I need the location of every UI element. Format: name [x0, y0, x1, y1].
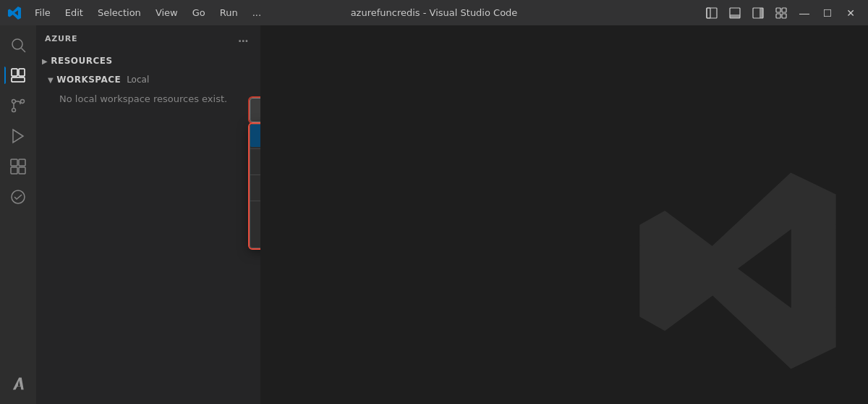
- svg-rect-20: [19, 159, 25, 166]
- activity-debug[interactable]: [4, 122, 32, 150]
- resources-section: ▶ RESOURCES: [36, 51, 260, 70]
- workspace-section-header[interactable]: ▼ WORKSPACE Local: [36, 72, 260, 88]
- titlebar: File Edit Selection View Go Run ... azur…: [0, 0, 868, 25]
- menu-go[interactable]: Go: [185, 4, 213, 21]
- dropdown-separator-1: [250, 148, 260, 149]
- dropdown-separator-2: [250, 174, 260, 175]
- dropdown-separator-3: [250, 201, 260, 201]
- svg-point-10: [12, 39, 22, 49]
- toggle-panel-button[interactable]: [725, 3, 745, 23]
- minimize-button[interactable]: ―: [794, 3, 814, 23]
- svg-marker-18: [13, 130, 23, 143]
- svg-rect-22: [19, 167, 25, 174]
- menu-more[interactable]: ...: [245, 4, 268, 21]
- create-function-toolbar-button[interactable]: [256, 101, 260, 119]
- resources-section-header[interactable]: ▶ RESOURCES: [36, 53, 260, 69]
- svg-point-15: [12, 100, 16, 104]
- svg-rect-14: [19, 69, 25, 76]
- workspace-toolbar: [250, 98, 260, 122]
- svg-rect-13: [12, 77, 25, 82]
- workspace-section: ▼ WORKSPACE Local No local workspace res…: [36, 70, 260, 111]
- svg-rect-12: [12, 69, 17, 76]
- window-title: azurefuncredis - Visual Studio Code: [351, 7, 518, 18]
- svg-point-23: [12, 190, 25, 203]
- svg-rect-5: [760, 8, 763, 18]
- workspace-toolbar-container: Create Function... Create New Project...…: [250, 98, 260, 248]
- toggle-sidebar-button[interactable]: [702, 3, 722, 23]
- menu-run[interactable]: Run: [213, 4, 245, 21]
- sidebar: AZURE … ▶ RESOURCES ▼ WORKSPACE Local No…: [36, 25, 260, 404]
- workspace-chevron: ▼: [48, 76, 54, 84]
- svg-rect-6: [776, 8, 780, 12]
- svg-rect-7: [782, 8, 786, 12]
- dropdown-item-create-function[interactable]: Create Function...: [250, 125, 260, 147]
- svg-rect-8: [776, 14, 780, 18]
- dropdown-menu: Create Function... Create New Project...…: [250, 124, 260, 248]
- activity-azure[interactable]: [4, 371, 32, 398]
- resources-label: RESOURCES: [51, 56, 112, 66]
- activity-source-control[interactable]: [4, 92, 32, 119]
- workspace-label: WORKSPACE: [56, 75, 121, 85]
- svg-point-16: [12, 109, 16, 112]
- dropdown-item-create-new-project[interactable]: Create New Project...: [250, 151, 260, 173]
- activity-explorer[interactable]: [4, 62, 32, 89]
- activity-search[interactable]: [4, 31, 32, 59]
- svg-rect-3: [730, 14, 740, 18]
- close-button[interactable]: ✕: [841, 3, 861, 23]
- main-area: AZURE … ▶ RESOURCES ▼ WORKSPACE Local No…: [0, 25, 868, 404]
- customize-layout-button[interactable]: [771, 3, 791, 23]
- toggle-right-panel-button[interactable]: [748, 3, 768, 23]
- no-resources-text: No local workspace resources exist.: [36, 88, 260, 110]
- sidebar-title: AZURE …: [36, 25, 260, 51]
- svg-rect-0: [707, 8, 710, 18]
- sidebar-more-actions[interactable]: …: [235, 31, 252, 46]
- activity-check[interactable]: [4, 183, 32, 211]
- svg-point-17: [21, 100, 25, 104]
- vscode-logo: [7, 6, 22, 20]
- svg-rect-9: [782, 14, 786, 18]
- sidebar-header-actions: …: [235, 31, 252, 46]
- svg-line-11: [22, 49, 26, 53]
- menu-selection[interactable]: Selection: [90, 4, 148, 21]
- dropdown-item-create-function-app-azure[interactable]: Create Function App in Azure...: [250, 203, 260, 225]
- activity-extensions[interactable]: [4, 153, 32, 180]
- menu-edit[interactable]: Edit: [58, 4, 90, 21]
- maximize-button[interactable]: ☐: [817, 3, 838, 23]
- dropdown-item-deploy-function-app[interactable]: Deploy to Function App...: [250, 177, 260, 199]
- svg-rect-19: [11, 159, 17, 166]
- window-controls: ― ☐ ✕: [702, 3, 861, 23]
- vscode-watermark: [629, 162, 846, 382]
- menu-file[interactable]: File: [27, 4, 58, 21]
- menu-view[interactable]: View: [148, 4, 185, 21]
- dropdown-item-create-function-app-azure-advanced[interactable]: Create Function App in Azure... (Advance…: [250, 225, 260, 248]
- resources-chevron: ▶: [42, 57, 48, 65]
- editor-area: [260, 25, 868, 404]
- svg-rect-1: [707, 8, 717, 18]
- activity-bar: [0, 25, 36, 404]
- workspace-badge: Local: [124, 75, 149, 85]
- svg-rect-21: [11, 167, 17, 174]
